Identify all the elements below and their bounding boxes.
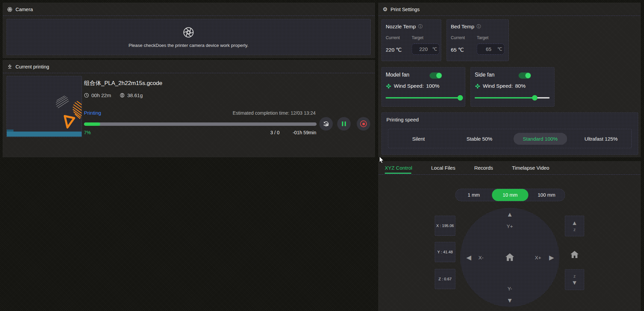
aperture-large-icon	[182, 26, 195, 38]
selected-speed-pill: Standard 100%	[514, 133, 567, 145]
speed-option-standard[interactable]: Standard 100%	[510, 133, 571, 145]
camera-hint-text: Please checkDoes the printer camera devi…	[128, 43, 248, 48]
x-plus-button[interactable]: X+	[535, 255, 541, 260]
printing-speed-title: Printing speed	[386, 117, 419, 122]
y-minus-button[interactable]: Y-	[507, 286, 512, 291]
distance-100mm[interactable]: 100 mm	[528, 189, 565, 201]
progress-percent-label: 7%	[84, 130, 91, 135]
nozzle-target-input[interactable]	[415, 46, 432, 52]
coordinate-x-readout: X : 195.06	[435, 216, 456, 236]
mouse-cursor	[379, 157, 384, 165]
active-tab-underline	[385, 173, 411, 174]
toggle-knob	[436, 73, 442, 78]
x-minus-arrow-icon[interactable]: ◀	[466, 254, 471, 261]
fan-icon	[386, 83, 391, 89]
printing-speed-card: Printing speed Silent Stable 50% Standar…	[381, 112, 638, 155]
model-fan-wind-row: Wind Speed: 100%	[386, 83, 439, 89]
time-used-value: 00h 22m	[91, 92, 111, 98]
camera-empty-state: Please checkDoes the printer camera devi…	[6, 19, 371, 55]
bed-target-input[interactable]	[480, 46, 497, 52]
xy-direction-pad: ▲ Y+ ◀ X- X+ ▶ Y- ▼	[460, 208, 559, 307]
layer-count: 3 / 0	[249, 130, 280, 135]
nozzle-target-input-box: ℃	[412, 44, 439, 55]
bed-target-unit: ℃	[497, 47, 502, 52]
home-z-button[interactable]	[565, 246, 584, 263]
current-printing-panel: Current printing 组合体_PLA_2h22m15s.gcode …	[3, 60, 375, 157]
y-minus-arrow-icon[interactable]: ▼	[507, 297, 513, 304]
model-fan-slider[interactable]	[386, 97, 460, 98]
timelapse-camera-icon	[322, 120, 330, 128]
clock-icon	[84, 93, 89, 98]
aperture-icon	[7, 7, 12, 12]
pause-print-button[interactable]	[337, 117, 351, 131]
bed-temp-label: Bed Temp	[451, 24, 474, 30]
x-minus-button[interactable]: X-	[478, 255, 484, 260]
estimated-completion: Estimated completion time: 12/03 13:24	[233, 110, 316, 116]
filament-used-value: 38.61g	[127, 92, 143, 98]
z-down-control[interactable]: z ▼	[565, 269, 584, 290]
wind-speed-label: Wind Speed:	[394, 83, 424, 89]
speed-option-silent[interactable]: Silent	[388, 136, 449, 142]
move-distance-selector: 1 mm 10 mm 100 mm	[455, 189, 565, 201]
speed-option-ultrafast[interactable]: Ultrafast 125%	[571, 136, 632, 142]
info-icon[interactable]: ⓘ	[477, 24, 481, 30]
nozzle-temp-label: Nozzle Temp	[386, 24, 416, 30]
model-fan-label: Model fan	[386, 72, 409, 78]
distance-1mm[interactable]: 1 mm	[456, 189, 492, 201]
z-up-control[interactable]: ▲ z	[565, 216, 584, 236]
wind-speed-label: Wind Speed:	[483, 83, 513, 89]
print-settings-panel: ⚙ Print Settings Nozzle Temp ⓘ Current T…	[378, 3, 641, 157]
bed-temp-card: Bed Temp ⓘ Current Target 65 ℃ ℃	[446, 19, 509, 61]
speed-option-stable[interactable]: Stable 50%	[449, 136, 510, 142]
model-fan-card: Model fan Wind Speed: 100%	[381, 67, 465, 107]
home-xy-button[interactable]	[504, 251, 516, 263]
info-icon[interactable]: ⓘ	[418, 24, 422, 30]
current-printing-header: Current printing	[3, 60, 375, 73]
fan-icon	[475, 83, 480, 89]
tab-records[interactable]: Records	[474, 165, 493, 171]
pause-icon	[342, 121, 346, 126]
bed-current-value: 65 ℃	[451, 45, 464, 55]
distance-10mm[interactable]: 10 mm	[492, 189, 528, 201]
y-plus-button[interactable]: Y+	[507, 223, 513, 229]
model-fan-toggle[interactable]	[430, 73, 442, 79]
z-up-label: z	[574, 227, 576, 232]
camera-panel-header: Camera	[3, 3, 375, 16]
bed-target-label: Target	[477, 35, 489, 40]
bed-target-input-box: ℃	[477, 44, 504, 55]
y-plus-arrow-icon[interactable]: ▲	[507, 211, 513, 218]
printing-speed-options: Silent Stable 50% Standard 100% Ultrafas…	[388, 129, 632, 148]
z-down-arrow-icon[interactable]: ▼	[572, 280, 578, 286]
divider	[3, 73, 375, 73]
model-fan-speed-value: 100%	[426, 83, 440, 89]
nozzle-temp-card: Nozzle Temp ⓘ Current Target 220 ℃ ℃	[381, 19, 441, 61]
z-up-arrow-icon[interactable]: ▲	[572, 220, 578, 226]
nozzle-target-unit: ℃	[432, 47, 437, 52]
slider-fill	[475, 97, 535, 98]
toggle-knob	[525, 73, 531, 78]
tab-timelapse-video[interactable]: Timelapse Video	[512, 165, 549, 171]
side-fan-slider[interactable]	[475, 97, 550, 98]
stop-print-button[interactable]	[357, 117, 370, 131]
tab-local-files[interactable]: Local Files	[431, 165, 456, 171]
print-progress-fill	[84, 122, 100, 126]
side-fan-card: Side fan Wind Speed: 80%	[470, 67, 555, 107]
nozzle-icon	[7, 64, 12, 69]
print-stats-row: 00h 22m 38.61g	[84, 92, 143, 98]
tab-xyz-control[interactable]: XYZ Control	[385, 165, 412, 171]
print-settings-header: ⚙ Print Settings	[379, 3, 640, 16]
coordinate-z-readout: Z : 0.67	[435, 269, 456, 289]
print-settings-title: Print Settings	[390, 7, 419, 12]
slider-thumb[interactable]	[458, 95, 463, 101]
divider	[379, 16, 640, 16]
print-progress-bar	[84, 122, 317, 126]
timelapse-camera-button[interactable]	[319, 117, 333, 131]
coordinate-y-readout: Y : 41.48	[435, 242, 456, 262]
camera-panel: Camera Please checkDoes the printer came…	[3, 3, 375, 58]
gcode-file-name: 组合体_PLA_2h22m15s.gcode	[84, 79, 162, 87]
slider-thumb[interactable]	[532, 95, 537, 101]
side-fan-toggle[interactable]	[519, 73, 531, 79]
time-remaining: -01h 59min	[283, 130, 316, 135]
x-plus-arrow-icon[interactable]: ▶	[549, 254, 554, 261]
current-printing-title: Current printing	[16, 64, 49, 69]
